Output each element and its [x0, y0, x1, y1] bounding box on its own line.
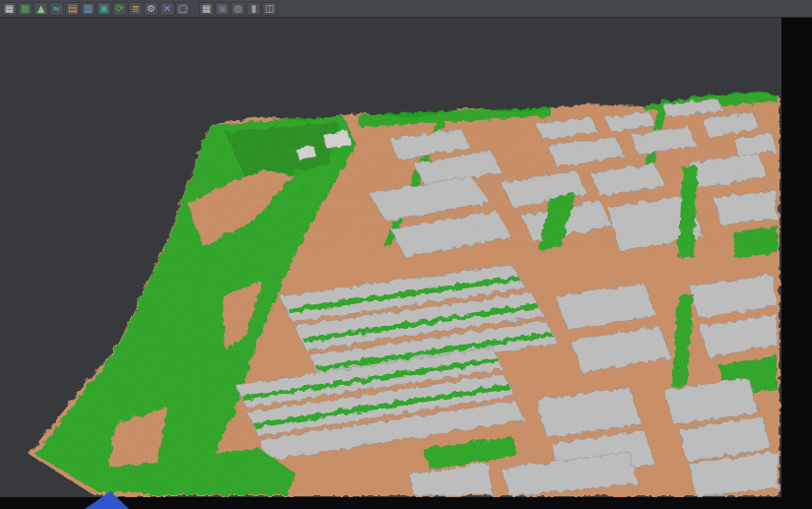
texture-icon[interactable]: ▣: [97, 2, 111, 16]
dem-icon[interactable]: ▲: [34, 2, 48, 16]
toolbar-separator: [191, 2, 198, 16]
grid-view-icon[interactable]: ▦: [199, 2, 214, 16]
histogram-icon[interactable]: ▮: [246, 2, 261, 16]
split-window-icon[interactable]: ◫: [262, 2, 277, 16]
water-icon[interactable]: ≈: [49, 2, 64, 16]
refresh-icon[interactable]: ⟳: [112, 2, 127, 16]
point-cloud-grain: [0, 18, 781, 497]
ground-layer-icon[interactable]: ▤: [65, 2, 80, 16]
viewport-3d[interactable]: [0, 0, 812, 509]
globe-icon[interactable]: ◍: [231, 2, 245, 16]
settings-gear-icon[interactable]: ⚙: [144, 2, 159, 16]
terrain-grid-icon[interactable]: ▦: [2, 2, 17, 16]
frame-right: [781, 18, 812, 509]
clear-selection-icon[interactable]: ✕: [160, 2, 174, 16]
toolbar: ▦▩▲≈▤▥▣⟳≣⚙✕▢▦▣◍▮◫: [0, 0, 812, 18]
profile-icon[interactable]: ▥: [81, 2, 96, 16]
application-window: ▦▩▲≈▤▥▣⟳≣⚙✕▢▦▣◍▮◫: [0, 0, 812, 509]
classification-icon[interactable]: ▩: [18, 2, 33, 16]
fit-view-icon[interactable]: ▢: [175, 2, 190, 16]
screen-icon[interactable]: ▣: [215, 2, 230, 16]
layers-icon[interactable]: ≣: [128, 2, 143, 16]
